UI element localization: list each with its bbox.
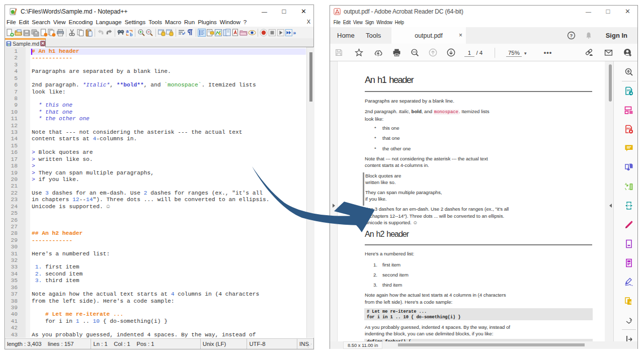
pdf-vertical-scrollbar[interactable] (605, 61, 613, 341)
scrollbar-thumb[interactable] (309, 52, 312, 102)
menu-run[interactable]: Run (183, 19, 196, 25)
send-comments-icon[interactable] (624, 297, 633, 306)
show-symbols-icon[interactable] (186, 29, 194, 37)
menu-window[interactable]: Window (375, 19, 393, 25)
sign-in-button[interactable]: Sign In (606, 32, 627, 39)
minimize-button[interactable]: — (255, 5, 274, 18)
favorite-star-icon[interactable] (354, 44, 364, 61)
comment-icon[interactable] (624, 144, 633, 153)
close-file-icon[interactable] (40, 29, 48, 37)
bell-icon[interactable] (585, 31, 593, 40)
zoom-dropdown-caret[interactable]: ▼ (523, 51, 527, 56)
create-pdf-icon[interactable]: PDF (624, 125, 633, 134)
zoom-out-icon[interactable] (145, 29, 153, 37)
view-eye-icon[interactable] (248, 29, 256, 37)
search-icon[interactable] (411, 44, 419, 61)
function-list-icon[interactable] (206, 29, 214, 37)
collapse-right-panel-icon[interactable] (609, 204, 612, 208)
menu-edit[interactable]: Edit (18, 19, 31, 25)
open-folder-icon[interactable] (15, 29, 23, 37)
upload-cloud-icon[interactable] (373, 44, 383, 61)
email-icon[interactable] (604, 44, 613, 61)
menu-file[interactable]: File (5, 19, 18, 25)
compress-pdf-icon[interactable] (624, 201, 633, 210)
save-icon[interactable] (23, 29, 31, 37)
menu-file[interactable]: File (332, 19, 342, 25)
next-page-icon[interactable] (447, 44, 455, 61)
close-button[interactable]: ✕ (618, 6, 637, 17)
tab-output-pdf[interactable]: output.pdf × (391, 27, 466, 44)
indent-guide-icon[interactable] (198, 29, 206, 37)
toolbar-overflow-chevron[interactable]: » (293, 30, 296, 36)
help-circle-icon[interactable]: ? (567, 31, 576, 40)
menu-settings[interactable]: Settings (123, 19, 147, 25)
save-icon[interactable] (335, 44, 343, 61)
zoom-control[interactable]: 75% ▼ (502, 44, 531, 61)
zoom-level-value[interactable]: 75% (506, 50, 522, 57)
menu-view[interactable]: View (352, 19, 364, 25)
tab-home[interactable]: Home (337, 27, 355, 44)
close-button[interactable]: ✕ (294, 5, 313, 18)
resize-grip[interactable]: ⋰ (307, 343, 312, 348)
horizontal-scrollbar-thumb[interactable] (398, 343, 585, 346)
zoom-in-icon[interactable] (137, 29, 145, 37)
fill-sign-icon[interactable] (624, 220, 633, 229)
menu-edit[interactable]: Edit (342, 19, 352, 25)
macro-stop-icon[interactable] (268, 29, 276, 37)
share-link-icon[interactable] (584, 44, 594, 61)
doc-tab-close-icon[interactable]: × (459, 32, 462, 38)
menu-language[interactable]: Language (94, 19, 123, 25)
tab-close-icon[interactable]: ✕ (40, 41, 45, 46)
doc-map-icon[interactable] (214, 29, 222, 37)
menu-macro[interactable]: Macro (164, 19, 183, 25)
menu-search[interactable]: Search (30, 19, 51, 25)
page-number-indicator[interactable]: 1 / 4 (462, 44, 485, 61)
maximize-button[interactable]: □ (274, 5, 294, 18)
find-icon[interactable] (117, 29, 125, 37)
new-file-icon[interactable] (6, 29, 14, 37)
export-pdf-icon[interactable]: PDF (624, 86, 633, 96)
project-folder-icon[interactable] (239, 29, 248, 37)
redact-icon[interactable] (624, 239, 633, 248)
more-tools-icon[interactable] (624, 316, 633, 325)
organize-pages-icon[interactable] (624, 106, 633, 115)
menu-view[interactable]: View (52, 19, 67, 25)
menu-close-document[interactable]: X (307, 19, 310, 25)
acrobat-titlebar[interactable]: output.pdf - Adobe Acrobat Reader DC (64… (330, 6, 637, 17)
search-zoom-icon[interactable] (624, 67, 633, 76)
paste-icon[interactable] (85, 29, 93, 37)
maximize-button[interactable]: □ (598, 6, 618, 17)
menu-window[interactable]: Window (218, 19, 242, 25)
previous-page-icon[interactable] (429, 44, 437, 61)
scrollbar-thumb[interactable] (609, 64, 612, 102)
more-tools-ellipsis[interactable]: ••• (540, 44, 555, 61)
close-all-icon[interactable] (48, 29, 56, 37)
menu-help[interactable]: ? (242, 19, 248, 25)
redo-icon[interactable] (105, 29, 113, 37)
open-tools-pane-icon[interactable] (624, 335, 633, 341)
macro-run-multiple-icon[interactable] (285, 29, 293, 37)
scan-ocr-icon[interactable] (624, 182, 633, 191)
macro-record-icon[interactable] (260, 29, 268, 37)
menu-tools[interactable]: Tools (147, 19, 164, 25)
sync-scroll-v-icon[interactable] (157, 29, 166, 37)
minimize-button[interactable]: — (579, 6, 598, 17)
doc-switcher-icon[interactable] (223, 29, 231, 37)
page-number-input[interactable]: 1 (464, 50, 474, 57)
combine-files-icon[interactable] (624, 163, 633, 172)
sync-scroll-h-icon[interactable] (166, 29, 174, 37)
print-icon[interactable] (392, 44, 401, 61)
menu-help[interactable]: Help (393, 19, 405, 25)
undo-icon[interactable] (97, 29, 105, 37)
tab-tools[interactable]: Tools (366, 27, 381, 44)
request-signatures-icon[interactable] (624, 278, 633, 287)
cut-icon[interactable] (68, 29, 76, 37)
save-all-icon[interactable] (31, 29, 39, 37)
export-pdf-npp-icon[interactable] (231, 29, 239, 37)
menu-sign[interactable]: Sign (364, 19, 375, 25)
prepare-form-icon[interactable] (624, 258, 633, 267)
account-icon[interactable] (623, 44, 632, 61)
macro-play-icon[interactable] (277, 29, 285, 37)
menu-encoding[interactable]: Encoding (67, 19, 95, 25)
replace-icon[interactable]: ab (125, 29, 133, 37)
